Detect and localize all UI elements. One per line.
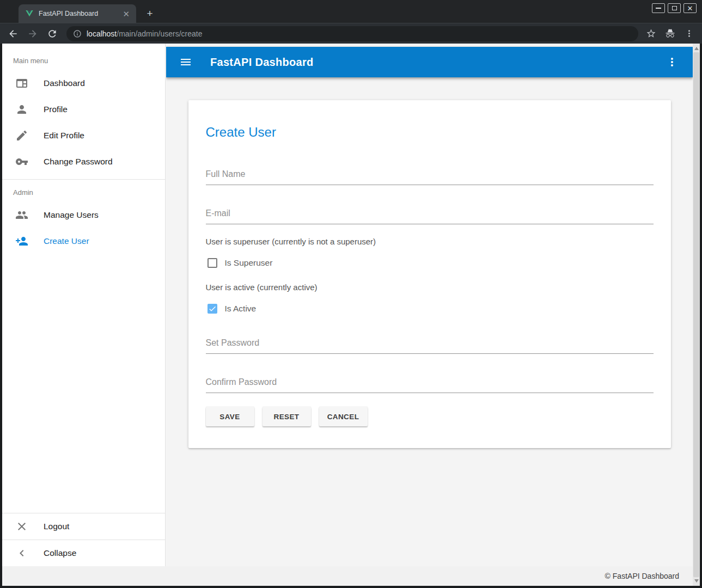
- sidebar-item-logout[interactable]: Logout: [2, 513, 165, 540]
- page-title: Create User: [206, 124, 654, 140]
- sidebar-item-profile[interactable]: Profile: [2, 96, 165, 122]
- people-icon: [15, 209, 28, 222]
- superuser-hint: User is superuser (currently is not a su…: [206, 237, 654, 246]
- chevron-left-icon: [15, 547, 28, 560]
- scrollbar-thumb[interactable]: [693, 52, 699, 577]
- bookmark-star-icon[interactable]: [646, 28, 656, 39]
- copyright-text: © FastAPI Dashboard: [605, 572, 679, 580]
- browser-titlebar: FastAPI Dashboard ✕ + ✕: [0, 0, 702, 23]
- page-info-icon[interactable]: [73, 29, 82, 38]
- sidebar-item-create-user[interactable]: Create User: [2, 228, 165, 254]
- window-controls: ✕: [652, 3, 697, 13]
- reload-icon[interactable]: [46, 27, 59, 40]
- sidebar-item-collapse[interactable]: Collapse: [2, 540, 165, 566]
- address-bar[interactable]: localhost/main/admin/users/create: [66, 26, 638, 41]
- create-user-card: Create User User is superuser (currently…: [188, 100, 671, 448]
- sidebar-section-main-menu: Main menu: [2, 44, 165, 70]
- is-superuser-checkbox-row[interactable]: Is Superuser: [206, 258, 654, 268]
- toolbar-actions: [646, 28, 694, 39]
- save-button[interactable]: SAVE: [206, 407, 254, 426]
- vertical-scrollbar[interactable]: [693, 44, 700, 586]
- key-icon: [15, 155, 28, 168]
- close-button[interactable]: ✕: [683, 3, 697, 13]
- forward-icon[interactable]: [26, 27, 39, 40]
- browser-window: FastAPI Dashboard ✕ + ✕ localhost/main/a…: [0, 0, 702, 588]
- check-icon: [208, 304, 217, 313]
- scroll-up-arrow[interactable]: [693, 45, 700, 52]
- sidebar-item-change-password[interactable]: Change Password: [2, 149, 165, 175]
- close-x-icon: [15, 520, 28, 533]
- url-text[interactable]: localhost/main/admin/users/create: [87, 29, 202, 38]
- confirm-password-input[interactable]: [206, 377, 654, 393]
- sidebar-item-edit-profile[interactable]: Edit Profile: [2, 122, 165, 149]
- person-add-icon: [15, 235, 28, 248]
- sidebar-section-admin: Admin: [2, 180, 165, 202]
- sidebar: Main menu Dashboard Profile Edit Profile: [2, 44, 166, 566]
- is-superuser-checkbox[interactable]: [207, 258, 217, 268]
- tab-close-icon[interactable]: ✕: [121, 10, 131, 18]
- incognito-icon: [665, 28, 675, 39]
- browser-menu-icon[interactable]: [684, 28, 694, 39]
- sidebar-spacer: [2, 254, 165, 513]
- appbar-kebab-icon[interactable]: [666, 56, 679, 69]
- dashboard-icon: [15, 77, 28, 90]
- reset-button[interactable]: RESET: [263, 407, 311, 426]
- browser-toolbar: localhost/main/admin/users/create: [0, 23, 702, 44]
- is-active-checkbox[interactable]: [207, 304, 217, 314]
- active-hint: User is active (currently active): [206, 283, 654, 292]
- page-content: Main menu Dashboard Profile Edit Profile: [2, 44, 700, 586]
- minimize-button[interactable]: [652, 3, 665, 13]
- sidebar-item-manage-users[interactable]: Manage Users: [2, 202, 165, 228]
- form-actions: SAVE RESET CANCEL: [206, 407, 654, 426]
- hamburger-menu-icon[interactable]: [179, 56, 192, 69]
- browser-tab[interactable]: FastAPI Dashboard ✕: [19, 4, 136, 23]
- is-active-checkbox-row[interactable]: Is Active: [206, 304, 654, 314]
- appbar-title: FastAPI Dashboard: [210, 56, 314, 69]
- set-password-input[interactable]: [206, 338, 654, 354]
- tab-title: FastAPI Dashboard: [39, 10, 121, 17]
- maximize-button[interactable]: [668, 3, 681, 13]
- pencil-icon: [15, 129, 28, 142]
- email-input[interactable]: [206, 208, 654, 224]
- app-bar: FastAPI Dashboard: [166, 47, 693, 77]
- new-tab-button[interactable]: +: [143, 7, 157, 21]
- cancel-button[interactable]: CANCEL: [319, 407, 368, 426]
- sidebar-item-dashboard[interactable]: Dashboard: [2, 70, 165, 96]
- full-name-input[interactable]: [206, 169, 654, 185]
- is-active-label: Is Active: [225, 304, 257, 314]
- back-icon[interactable]: [7, 27, 20, 40]
- is-superuser-label: Is Superuser: [225, 258, 273, 268]
- scroll-down-arrow[interactable]: [693, 577, 700, 585]
- page-footer: © FastAPI Dashboard: [2, 566, 693, 586]
- vue-favicon-icon: [25, 9, 34, 18]
- person-icon: [15, 103, 28, 116]
- main-area: FastAPI Dashboard Create User User is su…: [166, 44, 693, 566]
